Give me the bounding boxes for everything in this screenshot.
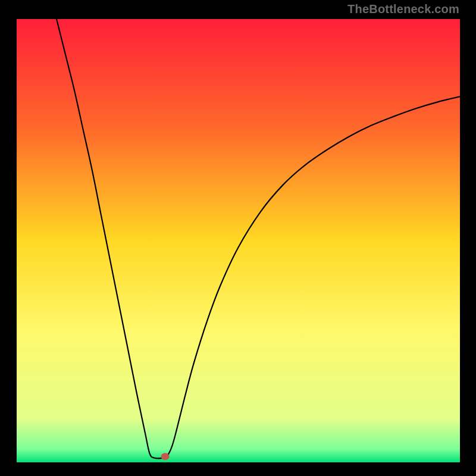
watermark-text: TheBottleneck.com <box>347 2 459 16</box>
chart-background <box>17 19 460 462</box>
chart-canvas <box>17 19 460 462</box>
minimum-marker <box>161 453 170 460</box>
chart-frame: TheBottleneck.com <box>0 0 476 476</box>
